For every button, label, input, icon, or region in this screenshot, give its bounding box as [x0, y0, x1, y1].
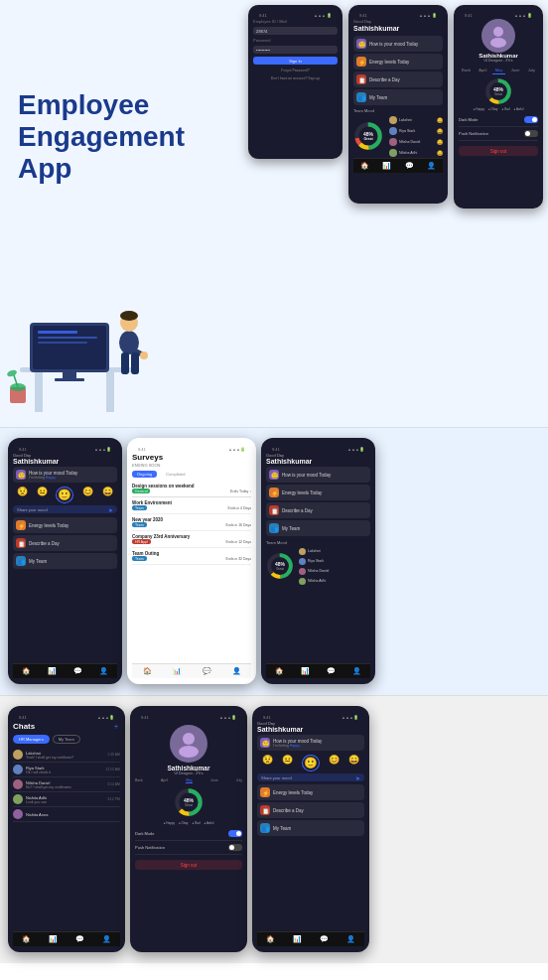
svg-rect-2: [106, 372, 114, 412]
team-member-riya: Riya Stark 😄: [389, 125, 443, 136]
settings-signout-button[interactable]: Sign out: [135, 860, 242, 870]
survey-item-3[interactable]: New year 2020 Team Ends in 16 Days: [132, 514, 251, 531]
svg-rect-9: [38, 342, 87, 344]
chat-item-anna[interactable]: Nishita Anna: [13, 807, 120, 822]
svg-point-12: [120, 311, 138, 321]
survey-item-5[interactable]: Team Outing Team Ends in 32 Days: [132, 548, 251, 565]
main-greeting: Good Day: [353, 19, 443, 24]
nav-chat-icon[interactable]: 💬: [405, 162, 414, 170]
profile-phone: 9:41▲▲▲ 🔋 Sathishkumar UI Designer - 2Yr…: [454, 5, 543, 209]
login-field-password[interactable]: ••••••••••: [253, 46, 338, 54]
team-mood-label: Team Mood: [353, 108, 443, 113]
hr-menu-mood[interactable]: 🙂 How is your mood Today: [266, 467, 370, 483]
login-register[interactable]: Don't have an account? Sign up: [253, 76, 338, 80]
nav3-home-icon[interactable]: 🏠: [143, 667, 152, 675]
chats-bottom-nav: 🏠 📊 💬 👤: [13, 931, 120, 946]
emoji-row: 😟 😐 🙂 😊 😄: [13, 487, 117, 503]
login-phone: 9:41▲▲▲ 🔋 Employee ID / Mail Z8674 Passw…: [248, 5, 342, 159]
tab-completed[interactable]: Completed: [161, 471, 190, 478]
settings-dark-mode[interactable]: Dark Mode: [135, 827, 242, 841]
team-member-nilishaa: Nilisha Adhi 😊: [389, 147, 443, 158]
hr-menu-energy[interactable]: ⚡ Energy levels Today: [266, 485, 370, 500]
menu-energy[interactable]: ⚡ Energy levels Today: [353, 54, 443, 70]
svg-rect-1: [35, 372, 43, 412]
login-field-label2: Password: [253, 38, 338, 43]
mood2-menu-describe[interactable]: 📋 Describe a Day: [257, 802, 364, 818]
survey-item-2[interactable]: Work Environment Team Ends in 4 Days: [132, 497, 251, 514]
svg-point-14: [140, 351, 148, 359]
menu-mood[interactable]: 🙂 How is your mood Today: [353, 36, 443, 52]
nav-home-icon[interactable]: 🏠: [360, 162, 369, 170]
survey-item-4[interactable]: Company 23rd Anniversary HR Appl Ends in…: [132, 531, 251, 548]
hr-menu-team[interactable]: 👥 My Team: [266, 520, 370, 536]
login-forgot[interactable]: Forgot Password?: [253, 69, 338, 72]
chat-item-riya[interactable]: Riya Stark Ok I will check it 12:55 AM: [13, 763, 120, 777]
svg-rect-5: [63, 372, 76, 378]
nav3-profile-icon[interactable]: 👤: [232, 667, 241, 675]
surveys-subtitle: ENDING SOON: [132, 463, 251, 468]
nav2-profile-icon[interactable]: 👤: [99, 667, 108, 675]
chat-item-nishita[interactable]: Nishita Adhi Look you can 3:12 PM: [13, 792, 120, 807]
chat-item-lakshmi[interactable]: Lakshmi Yeah! I shall get my certificate…: [13, 748, 120, 763]
dark-mode-toggle-switch[interactable]: [524, 116, 538, 123]
mood2-emoji-row: 😟 😐 🙂 😊 😄: [257, 755, 364, 771]
chats-phone: 9:41▲▲▲🔋 Chats ＋ HR Managers My Team Lak…: [8, 706, 125, 952]
mood-menu-energy[interactable]: ⚡ Energy levels Today: [13, 517, 117, 533]
mood2-menu-mood[interactable]: 🙂 How is your mood Today I'm feeling Hap…: [257, 735, 364, 751]
energy-menu-icon: ⚡: [16, 520, 26, 530]
share-mood-bar[interactable]: Share your mood ➤: [257, 773, 364, 781]
surveys-bottom-nav: 🏠 📊 💬 👤: [132, 663, 251, 678]
main-username: Sathishkumar: [353, 25, 443, 32]
tab-ongoing[interactable]: Ongoing: [132, 471, 157, 478]
mood2-menu-energy[interactable]: ⚡ Energy levels Today: [257, 784, 364, 800]
hr-manager-phone: 9:41▲▲▲🔋 Good Day Sathishkumar 🙂 How is …: [261, 438, 375, 684]
team-menu-icon: 👥: [16, 556, 26, 566]
hero-title-line2: Engagement: [18, 121, 185, 153]
hero-illustration: [0, 248, 169, 427]
mood-menu-describe[interactable]: 📋 Describe a Day: [13, 535, 117, 551]
mood-username: Sathishkumar: [13, 458, 117, 465]
svg-rect-7: [38, 331, 77, 334]
chat-item-nilisha[interactable]: Nilisha Daniel No? I shall get my certif…: [13, 777, 120, 792]
svg-rect-8: [38, 337, 97, 339]
svg-rect-16: [131, 352, 139, 374]
svg-point-33: [183, 733, 195, 745]
mood2-menu-team[interactable]: 👥 My Team: [257, 820, 364, 836]
nav2-chat-icon[interactable]: 💬: [73, 667, 82, 675]
nav-profile-icon[interactable]: 👤: [427, 162, 436, 170]
login-field-label1: Employee ID / Mail: [253, 19, 338, 24]
dark-mode-toggle[interactable]: Dark Mode: [459, 113, 538, 127]
hr-menu-describe[interactable]: 📋 Describe a Day: [266, 502, 370, 518]
login-signin-button[interactable]: Sign In: [253, 57, 338, 65]
mood-phone: 9:41▲▲▲🔋 Good Day Sathishkumar 🙂 How is …: [8, 438, 122, 684]
nav3-survey-icon[interactable]: 📊: [173, 667, 182, 675]
tab-hr-managers[interactable]: HR Managers: [13, 735, 50, 744]
chats-title: Chats: [13, 722, 35, 731]
push-notif-toggle[interactable]: Push Notification: [459, 127, 538, 141]
menu-describe[interactable]: 📋 Describe a Day: [353, 71, 443, 87]
settings-push-notif[interactable]: Push Notification: [135, 841, 242, 855]
mood-menu-icon: 🙂: [16, 470, 26, 480]
settings-role: UI Designer - 2Yrs: [135, 771, 242, 775]
month-tabs: Back April May June July: [135, 778, 242, 783]
tab-my-team[interactable]: My Team: [53, 735, 80, 744]
settings-username: Sathishkumar: [135, 765, 242, 771]
nav-survey-icon[interactable]: 📊: [382, 162, 391, 170]
menu-team[interactable]: 👥 My Team: [353, 89, 443, 105]
chats-tab-row: HR Managers My Team: [13, 735, 120, 744]
bottom-nav: 🏠 📊 💬 👤: [353, 158, 443, 173]
push-notif-toggle-switch[interactable]: [524, 130, 538, 137]
nav2-home-icon[interactable]: 🏠: [22, 667, 31, 675]
mood2-username: Sathishkumar: [257, 726, 364, 733]
nav2-survey-icon[interactable]: 📊: [48, 667, 57, 675]
survey-item-1[interactable]: Design sessions on weekend General Ends …: [132, 481, 251, 497]
chats-add-button[interactable]: ＋: [112, 721, 120, 732]
profile-role: UI Designer - 2Yrs: [459, 59, 538, 63]
login-field-id[interactable]: Z8674: [253, 27, 338, 35]
nav3-chat-icon[interactable]: 💬: [203, 667, 211, 675]
hero-text-block: Employee Engagement App: [18, 89, 185, 186]
mood-menu-mood[interactable]: 🙂 How is your mood Today I'm feeling Hap…: [13, 467, 117, 483]
sign-out-button[interactable]: Sign out: [459, 146, 538, 156]
mood-menu-team[interactable]: 👥 My Team: [13, 553, 117, 569]
phones-top-row: 9:41▲▲▲ 🔋 Employee ID / Mail Z8674 Passw…: [248, 5, 543, 209]
